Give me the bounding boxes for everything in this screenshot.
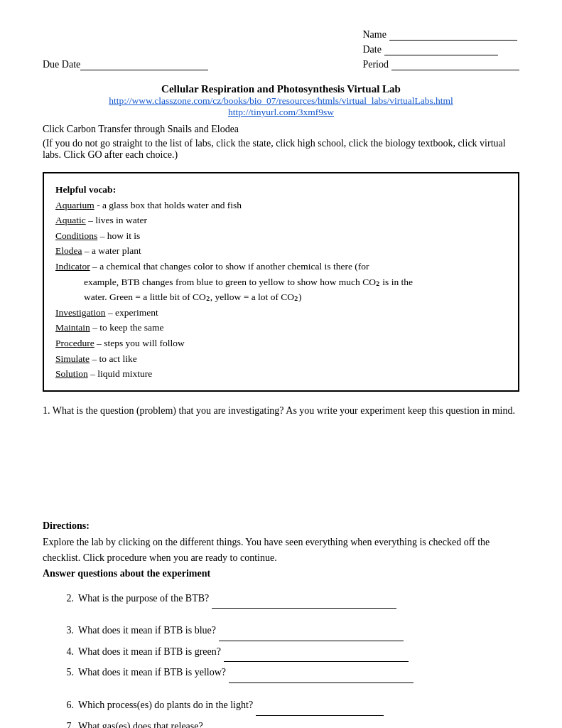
header-section: Due Date Name Date Period — [43, 28, 519, 70]
def-investigation: – experiment — [106, 307, 158, 318]
vocab-simulate: Simulate – to act like — [55, 351, 507, 367]
vocab-procedure: Procedure – steps you will follow — [55, 336, 507, 351]
term-indicator: Indicator — [55, 261, 90, 272]
link2[interactable]: http://tinyurl.com/3xmf9sw — [43, 107, 519, 118]
def-simulate: – to act like — [90, 353, 137, 364]
date-label: Date — [362, 44, 381, 55]
vocab-investigation: Investigation – experiment — [55, 305, 507, 321]
q6-item: 6. Which process(es) do plants do in the… — [43, 696, 519, 716]
def-elodea: – a water plant — [82, 245, 141, 256]
directions-label: Directions: — [43, 518, 519, 534]
q2-text: What is the purpose of the BTB? — [78, 589, 396, 609]
term-investigation: Investigation — [55, 307, 106, 318]
link1[interactable]: http://www.classzone.com/cz/books/bio_07… — [43, 95, 519, 107]
instruction2: (If you do not go straight to the list o… — [43, 138, 519, 161]
def-conditions: – how it is — [97, 230, 140, 241]
name-field-row: Name — [362, 28, 519, 41]
due-date-label: Due Date — [43, 59, 80, 70]
q7-item: 7. What gas(es) does that release? — [43, 717, 519, 728]
vocab-elodea: Elodea – a water plant — [55, 243, 507, 259]
name-label: Name — [362, 29, 386, 41]
def-solution: – liquid mixture — [88, 368, 152, 379]
def-procedure: – steps you will follow — [94, 338, 185, 348]
directions-text: Explore the lab by clicking on the diffe… — [43, 535, 519, 567]
term-maintain: Maintain — [55, 322, 90, 333]
q1-text: What is the question (problem) that you … — [53, 405, 515, 416]
vocab-indicator: Indicator – a chemical that changes colo… — [55, 259, 507, 274]
q6-num: 6. — [57, 696, 74, 716]
q3-num: 3. — [57, 621, 74, 641]
term-elodea: Elodea — [55, 245, 82, 256]
date-field-row: Date — [362, 43, 519, 55]
name-line — [389, 28, 517, 41]
q7-text: What gas(es) does that release? — [78, 717, 333, 728]
date-line — [384, 43, 498, 55]
q1-number: 1. — [43, 405, 53, 416]
vocab-header: Helpful vocab: — [55, 182, 507, 198]
term-procedure: Procedure — [55, 338, 94, 348]
answer-instruction: Answer questions about the experiment — [43, 566, 519, 582]
period-line — [391, 58, 519, 70]
q5-item: 5. What does it mean if BTB is yellow? — [43, 663, 519, 683]
q4-text: What does it mean if BTB is green? — [78, 643, 409, 663]
directions-section: Directions: Explore the lab by clicking … — [43, 518, 519, 728]
q3-text: What does it mean if BTB is blue? — [78, 621, 404, 641]
def-maintain: – to keep the same — [90, 322, 164, 333]
q2-num: 2. — [57, 589, 74, 609]
q4-item: 4. What does it mean if BTB is green? — [43, 643, 519, 663]
name-fields: Name Date Period — [362, 28, 519, 70]
term-conditions: Conditions — [55, 230, 97, 241]
vocab-aquarium: Aquarium - a glass box that holds water … — [55, 198, 507, 213]
vocab-indicator-cont2: water. Green = a little bit of CO₂, yell… — [55, 289, 507, 305]
period-field-row: Period — [362, 58, 519, 70]
question1-section: 1. What is the question (problem) that y… — [43, 403, 519, 476]
def-indicator: – a chemical that changes color to show … — [90, 261, 369, 272]
q7-num: 7. — [57, 717, 74, 728]
q3-item: 3. What does it mean if BTB is blue? — [43, 621, 519, 641]
def-aquarium: - a glass box that holds water and fish — [94, 200, 242, 210]
vocab-maintain: Maintain – to keep the same — [55, 320, 507, 336]
term-aquatic: Aquatic — [55, 215, 86, 225]
term-aquarium: Aquarium — [55, 200, 94, 210]
term-solution: Solution — [55, 368, 88, 379]
q5-text: What does it mean if BTB is yellow? — [78, 663, 414, 683]
due-date-line — [80, 58, 208, 70]
period-label: Period — [362, 59, 389, 70]
q6-text: Which process(es) do plants do in the li… — [78, 696, 384, 716]
due-date-field: Due Date — [43, 28, 208, 70]
vocab-solution: Solution – liquid mixture — [55, 366, 507, 382]
instruction1: Click Carbon Transfer through Snails and… — [43, 124, 519, 135]
questions-list: 2. What is the purpose of the BTB? 3. Wh… — [43, 589, 519, 728]
main-title: Cellular Respiration and Photosynthesis … — [43, 83, 519, 95]
vocab-box: Helpful vocab: Aquarium - a glass box th… — [43, 172, 519, 392]
vocab-indicator-cont1: example, BTB changes from blue to green … — [55, 274, 507, 290]
q2-item: 2. What is the purpose of the BTB? — [43, 589, 519, 609]
q4-num: 4. — [57, 643, 74, 663]
vocab-conditions: Conditions – how it is — [55, 228, 507, 244]
vocab-aquatic: Aquatic – lives in water — [55, 213, 507, 228]
term-simulate: Simulate — [55, 353, 90, 364]
q5-num: 5. — [57, 663, 74, 683]
q1-answer-space — [43, 419, 519, 476]
def-aquatic: – lives in water — [86, 215, 147, 225]
title-section: Cellular Respiration and Photosynthesis … — [43, 83, 519, 118]
